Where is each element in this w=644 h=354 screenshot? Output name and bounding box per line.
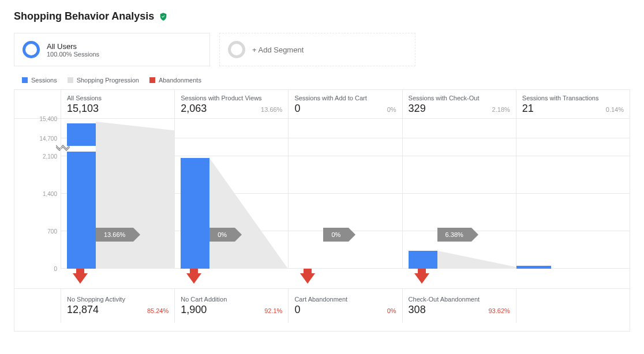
- abandonment-value: 308: [409, 304, 426, 316]
- y-tick: 2,100: [43, 153, 57, 160]
- funnel-col-header[interactable]: Sessions with Add to Cart 00%: [288, 90, 402, 118]
- sessions-bar: [409, 251, 437, 269]
- segment-row: All Users 100.00% Sessions + Add Segment: [14, 33, 630, 66]
- progression-flow: [209, 158, 288, 269]
- abandonment-arrow-icon: [186, 273, 201, 284]
- funnel-chart: All Sessions 15,103 Sessions with Produc…: [14, 89, 630, 332]
- legend-swatch-progression: [68, 77, 73, 83]
- y-tick: 14,700: [39, 135, 57, 141]
- funnel-col-value: 329: [409, 103, 426, 115]
- progression-pct: 6.38%: [445, 231, 463, 238]
- svg-marker-1: [96, 158, 174, 269]
- abandonment-cell[interactable]: No Shopping Activity 12,87485.24%: [61, 289, 174, 323]
- funnel-plot-col: 0%: [288, 119, 402, 269]
- progression-arrow: 0%: [209, 228, 242, 242]
- funnel-col-title: All Sessions: [67, 95, 169, 101]
- funnel-col-value: 21: [522, 103, 534, 115]
- funnel-col-header[interactable]: Sessions with Transactions 210.14%: [516, 90, 630, 118]
- y-tick: 0: [54, 266, 57, 272]
- funnel-col-pct: 0%: [387, 106, 396, 113]
- funnel-col-value: 2,063: [181, 103, 207, 115]
- progression-pct: 0%: [331, 231, 340, 238]
- abandonment-title: Cart Abandonment: [294, 296, 396, 303]
- abandonment-cell[interactable]: Cart Abandonment 00%: [288, 289, 402, 323]
- legend: Sessions Shopping Progression Abandonmen…: [14, 77, 630, 84]
- segment-circle-icon: [228, 41, 245, 58]
- abandonment-cell-empty: [516, 289, 630, 323]
- funnel-col-header[interactable]: Sessions with Check-Out 3292.18%: [402, 90, 516, 118]
- funnel-header-row: All Sessions 15,103 Sessions with Produc…: [14, 90, 630, 119]
- funnel-col-value: 15,103: [67, 103, 99, 115]
- abandonment-pct: 93.62%: [489, 307, 510, 314]
- abandonment-title: No Shopping Activity: [67, 296, 169, 303]
- add-segment-button[interactable]: + Add Segment: [219, 33, 415, 66]
- progression-arrow: 6.38%: [437, 228, 478, 242]
- y-tick: 15,400: [39, 116, 57, 122]
- sessions-bar: [181, 158, 209, 269]
- abandonment-arrow-icon: [300, 273, 315, 284]
- funnel-col-pct: 0.14%: [606, 106, 624, 113]
- y-tick: 700: [47, 228, 57, 235]
- funnel-col-title: Sessions with Product Views: [181, 95, 282, 101]
- svg-marker-2: [209, 158, 288, 269]
- abandonment-cell[interactable]: No Cart Addition 1,90092.1%: [174, 289, 288, 323]
- funnel-col-pct: 2.18%: [492, 106, 510, 113]
- abandonment-pct: 85.24%: [147, 307, 169, 314]
- abandonment-pct: 92.1%: [264, 307, 282, 314]
- add-segment-label: + Add Segment: [252, 46, 304, 54]
- funnel-plot-col: [516, 119, 630, 269]
- sessions-bar: [67, 123, 96, 146]
- abandonment-arrow-icon: [414, 273, 429, 284]
- funnel-col-pct: 13.66%: [261, 106, 282, 113]
- abandonment-arrow-row: [14, 269, 630, 288]
- abandonment-arrow-icon: [73, 273, 88, 284]
- sessions-bar: [516, 266, 551, 269]
- funnel-col-title: Sessions with Add to Cart: [294, 95, 396, 101]
- legend-label: Sessions: [31, 77, 57, 84]
- funnel-plot-col: 0%: [174, 119, 288, 269]
- legend-swatch-sessions: [22, 77, 28, 83]
- page-title: Shopping Behavior Analysis: [14, 10, 154, 22]
- abandonment-title: No Cart Addition: [181, 296, 282, 303]
- page-title-row: Shopping Behavior Analysis: [14, 10, 630, 22]
- funnel-plot-col: 6.38%: [402, 119, 516, 269]
- legend-swatch-abandonments: [149, 77, 155, 83]
- abandonment-cell[interactable]: Check-Out Abandonment 30893.62%: [402, 289, 516, 323]
- abandonment-value: 12,874: [67, 304, 99, 316]
- funnel-col-header[interactable]: Sessions with Product Views 2,06313.66%: [174, 90, 288, 118]
- y-axis: 15,400 14,700 2,100 1,400 700 0: [14, 119, 61, 269]
- progression-arrow: 13.66%: [96, 228, 140, 242]
- funnel-col-title: Sessions with Check-Out: [409, 95, 510, 101]
- funnel-col-header[interactable]: All Sessions 15,103: [61, 90, 174, 118]
- progression-arrow: 0%: [323, 228, 355, 242]
- progression-flow: [96, 158, 174, 269]
- progression-pct: 0%: [218, 231, 227, 238]
- legend-label: Shopping Progression: [77, 77, 139, 84]
- segment-circle-icon: [23, 41, 40, 58]
- funnel-col-title: Sessions with Transactions: [522, 95, 624, 101]
- abandonment-value: 1,900: [181, 304, 207, 316]
- sessions-bar: [67, 152, 96, 269]
- abandonment-value: 0: [294, 304, 300, 316]
- segment-subtitle: 100.00% Sessions: [47, 51, 99, 58]
- abandonment-title: Check-Out Abandonment: [409, 296, 510, 303]
- funnel-plot: 15,400 14,700 2,100 1,400 700 0: [14, 119, 630, 269]
- funnel-plot-col: 13.66%: [61, 119, 174, 269]
- y-tick: 1,400: [43, 191, 57, 197]
- segment-all-users[interactable]: All Users 100.00% Sessions: [14, 33, 210, 66]
- abandonment-row: No Shopping Activity 12,87485.24% No Car…: [14, 288, 630, 323]
- funnel-col-value: 0: [294, 103, 300, 115]
- segment-title: All Users: [47, 42, 99, 51]
- verified-shield-icon: [159, 12, 168, 21]
- progression-flow: [437, 251, 516, 269]
- legend-label: Abandonments: [159, 77, 201, 84]
- abandonment-pct: 0%: [387, 307, 396, 314]
- svg-marker-3: [437, 251, 516, 269]
- progression-pct: 13.66%: [104, 231, 125, 238]
